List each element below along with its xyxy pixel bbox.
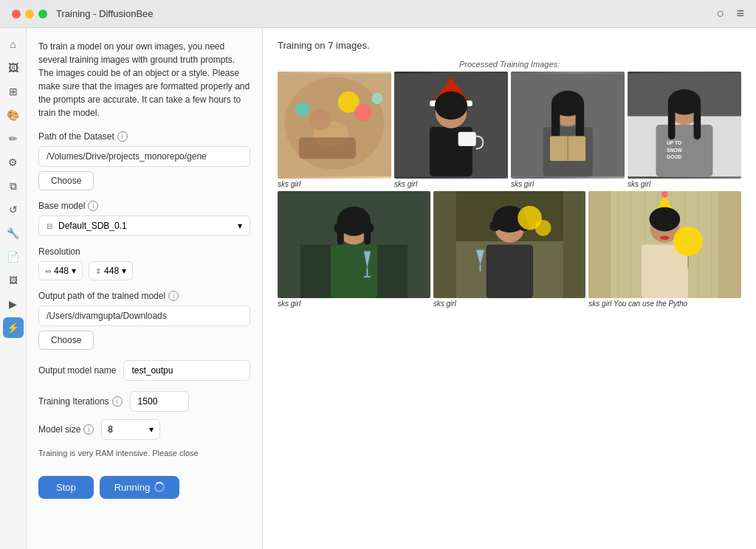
dataset-info-icon[interactable]: i [117, 131, 128, 142]
svg-point-79 [660, 236, 670, 240]
sidebar-item-gallery[interactable]: ⊞ [3, 81, 24, 102]
svg-text:GOOD: GOOD [667, 154, 682, 159]
resolution-width-input[interactable]: ⇔ 448 ▾ [38, 261, 83, 280]
svg-rect-32 [694, 100, 701, 139]
resolution-label: Resolution [38, 246, 250, 257]
svg-rect-4 [299, 137, 356, 159]
resolution-group: Resolution ⇔ 448 ▾ ⇕ 448 ▾ [38, 246, 250, 280]
sidebar-item-layers[interactable]: ⧉ [3, 176, 24, 196]
output-choose-button[interactable]: Choose [38, 331, 94, 350]
dataset-path-input[interactable] [38, 146, 250, 167]
output-model-name-group: Output model name [38, 360, 250, 381]
resolution-height-input[interactable]: ⇕ 448 ▾ [89, 261, 133, 280]
training-image-4: UP TO SNOW GOOD sks girl [628, 72, 741, 188]
base-model-group: Base model i ⊟ Default_SDB_0.1 ▾ [38, 201, 250, 236]
loading-icon: ○ [717, 6, 725, 21]
training-iterations-label: Training Iterations i [38, 396, 123, 407]
running-button[interactable]: Running [100, 476, 179, 499]
training-iterations-input[interactable] [130, 391, 189, 412]
window-title: Training - DiffusionBee [56, 8, 154, 19]
bottom-buttons: Stop Running [38, 470, 250, 505]
output-path-label: Output path of the trained model i [38, 291, 250, 301]
chevron-down-icon-w: ▾ [72, 266, 76, 276]
svg-rect-47 [364, 276, 371, 277]
output-model-name-input[interactable] [123, 360, 250, 381]
svg-text:UP TO: UP TO [667, 140, 681, 145]
app-body: ⌂ 🖼 ⊞ 🎨 ✏ ⚙ ⧉ ↺ 🔧 📄 🖼 ▶ ⚡ To train a mod… [0, 28, 756, 549]
training-image-5: sks girl [278, 191, 430, 308]
description-text: To train a model on your own images, you… [38, 40, 250, 120]
image-label-1: sks girl [278, 180, 391, 188]
title-bar-right: ○ ≡ [717, 6, 744, 21]
close-button[interactable] [12, 10, 21, 18]
svg-rect-46 [367, 268, 368, 276]
main-content: Training on 7 images. Processed Training… [263, 28, 756, 549]
model-size-group: Model size i 8 ▾ [38, 419, 250, 440]
svg-rect-28 [656, 125, 713, 176]
model-select-inner: ⊟ Default_SDB_0.1 [47, 221, 127, 231]
processed-label: Processed Training Images: [278, 60, 741, 69]
sidebar-item-home[interactable]: ⌂ [3, 34, 24, 55]
output-path-input[interactable] [38, 305, 250, 326]
training-image-7: sks girl You can use the Pytho [588, 191, 741, 308]
sidebar-item-brush[interactable]: ✏ [3, 128, 24, 149]
dataset-choose-button[interactable]: Choose [38, 171, 94, 190]
warning-text: Training is very RAM intensive. Please c… [38, 447, 250, 460]
image-label-4: sks girl [628, 180, 741, 188]
chevron-down-icon-size: ▾ [149, 424, 154, 435]
training-image-1: sks girl [278, 72, 391, 188]
height-icon: ⇕ [95, 267, 101, 275]
training-image-6: sks girl [433, 191, 586, 308]
svg-point-77 [673, 227, 703, 256]
sidebar-item-paint[interactable]: 🎨 [3, 105, 24, 125]
image-label-3: sks girl [511, 180, 625, 188]
minimize-button[interactable] [25, 10, 34, 18]
svg-rect-23 [576, 102, 585, 137]
svg-rect-31 [668, 100, 676, 139]
training-status: Training on 7 images. [278, 40, 741, 51]
svg-point-7 [295, 102, 309, 116]
image-label-2: sks girl [394, 180, 508, 188]
resolution-width-value: 448 [54, 266, 69, 276]
resolution-row: ⇔ 448 ▾ ⇕ 448 ▾ [38, 261, 250, 280]
width-icon: ⇔ [45, 267, 51, 275]
model-size-value: 8 [108, 424, 113, 435]
sidebar-item-history[interactable]: ↺ [3, 199, 24, 220]
base-model-info-icon[interactable]: i [88, 201, 98, 211]
sidebar-item-image2[interactable]: 🖼 [3, 270, 24, 291]
svg-text:SNOW: SNOW [667, 148, 683, 153]
svg-point-8 [371, 93, 382, 104]
maximize-button[interactable] [38, 10, 47, 18]
resolution-height-value: 448 [104, 266, 119, 276]
model-size-info-icon[interactable]: i [83, 424, 94, 435]
image-label-6: sks girl [433, 300, 586, 308]
sidebar-item-document[interactable]: 📄 [3, 246, 24, 267]
spinner-icon [154, 482, 165, 492]
svg-point-76 [650, 207, 681, 232]
model-size-select[interactable]: 8 ▾ [101, 419, 160, 440]
title-bar: Training - DiffusionBee ○ ≡ [0, 0, 756, 28]
sidebar-item-image[interactable]: 🖼 [3, 58, 24, 78]
svg-point-59 [535, 220, 551, 236]
image-label-5: sks girl [278, 300, 430, 308]
output-path-info-icon[interactable]: i [168, 291, 179, 301]
sidebar-item-settings[interactable]: 🔧 [3, 223, 24, 244]
base-model-label: Base model i [38, 201, 250, 211]
model-select-value: Default_SDB_0.1 [58, 221, 127, 231]
sidebar-item-training[interactable]: ⚡ [3, 317, 24, 338]
output-model-name-label: Output model name [38, 365, 116, 376]
dataset-path-label: Path of the Dataset i [38, 131, 250, 142]
svg-rect-22 [551, 102, 560, 137]
stop-button[interactable]: Stop [38, 476, 94, 499]
training-image-3: sks girl [511, 72, 625, 188]
sidebar-item-video[interactable]: ▶ [3, 294, 24, 314]
base-model-select[interactable]: ⊟ Default_SDB_0.1 ▾ [38, 215, 250, 236]
svg-point-16 [435, 92, 467, 120]
menu-icon[interactable]: ≡ [736, 6, 744, 21]
sidebar-item-tool[interactable]: ⚙ [3, 152, 24, 173]
output-path-group: Output path of the trained model i Choos… [38, 291, 250, 350]
iterations-info-icon[interactable]: i [112, 396, 123, 407]
svg-rect-44 [364, 218, 371, 244]
image-label-7: sks girl You can use the Pytho [588, 300, 741, 308]
dataset-path-group: Path of the Dataset i Choose [38, 131, 250, 190]
